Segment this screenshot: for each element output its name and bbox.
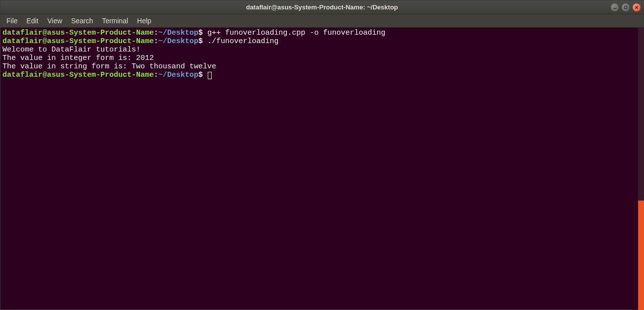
menubar: File Edit View Search Terminal Help — [0, 14, 644, 28]
terminal-line: dataflair@asus-System-Product-Name:~/Des… — [2, 37, 642, 46]
terminal-body[interactable]: dataflair@asus-System-Product-Name:~/Des… — [0, 28, 644, 310]
menu-edit[interactable]: Edit — [23, 15, 43, 26]
command-text: ./funoverloading — [203, 37, 278, 46]
prompt-dollar: $ — [198, 29, 203, 37]
prompt-colon: : — [154, 71, 158, 79]
prompt-path-dir: Desktop — [167, 29, 198, 37]
titlebar[interactable]: dataflair@asus-System-Product-Name: ~/De… — [0, 0, 644, 14]
menu-view[interactable]: View — [44, 15, 66, 26]
minimize-button[interactable] — [611, 3, 619, 11]
close-button[interactable] — [633, 3, 641, 11]
prompt-path-dir: Desktop — [167, 71, 198, 79]
prompt-user-host: dataflair@asus-System-Product-Name — [2, 29, 154, 37]
output-line: The value in integer form is: 2012 — [2, 54, 642, 62]
scrollbar[interactable] — [638, 27, 644, 310]
terminal-line: dataflair@asus-System-Product-Name:~/Des… — [2, 71, 642, 79]
terminal-line: dataflair@asus-System-Product-Name:~/Des… — [2, 29, 642, 37]
scrollbar-thumb[interactable] — [638, 201, 644, 310]
cursor-icon — [208, 72, 212, 79]
prompt-path-dir: Desktop — [167, 37, 198, 46]
command-text: g++ funoverloading.cpp -o funoverloading — [203, 29, 385, 37]
menu-help[interactable]: Help — [133, 15, 155, 26]
prompt-path-prefix: ~/ — [158, 71, 167, 79]
svg-rect-1 — [625, 6, 627, 8]
minimize-icon — [613, 5, 617, 9]
output-line: The value in string form is: Two thousan… — [2, 62, 642, 71]
menu-terminal[interactable]: Terminal — [98, 15, 132, 26]
prompt-user-host: dataflair@asus-System-Product-Name — [2, 71, 154, 79]
menu-file[interactable]: File — [2, 15, 22, 26]
output-line: Welcome to DataFlair tutorials! — [2, 46, 642, 54]
command-text — [203, 71, 207, 79]
menu-search[interactable]: Search — [67, 15, 97, 26]
window-controls — [611, 3, 641, 11]
maximize-button[interactable] — [622, 3, 630, 11]
close-icon — [635, 5, 639, 9]
prompt-colon: : — [154, 29, 158, 37]
prompt-dollar: $ — [198, 71, 203, 79]
prompt-colon: : — [154, 37, 158, 46]
prompt-path-prefix: ~/ — [158, 37, 167, 46]
prompt-path-prefix: ~/ — [158, 29, 167, 37]
prompt-dollar: $ — [198, 37, 203, 46]
terminal-window: dataflair@asus-System-Product-Name: ~/De… — [0, 0, 644, 310]
maximize-icon — [624, 5, 628, 9]
window-title: dataflair@asus-System-Product-Name: ~/De… — [246, 3, 398, 11]
prompt-user-host: dataflair@asus-System-Product-Name — [2, 37, 154, 46]
